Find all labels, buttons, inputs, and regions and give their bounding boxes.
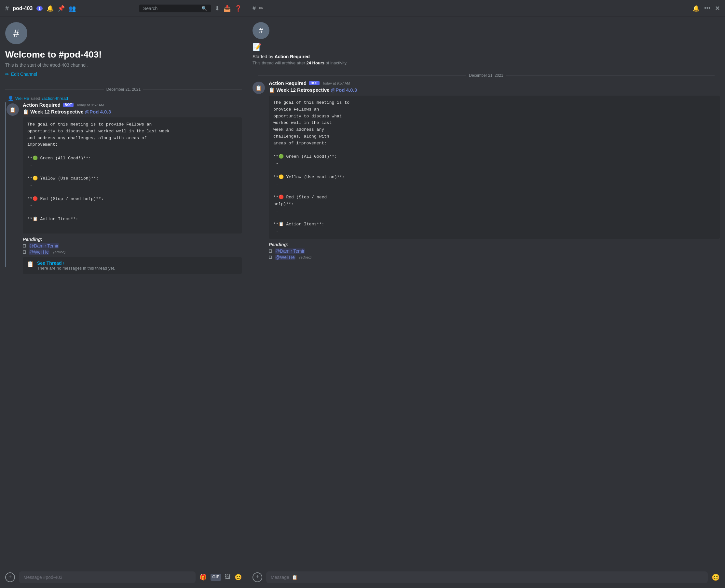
thread-sub-text: There are no messages in this thread yet… [37, 266, 115, 271]
message-header: Action Required BOT Today at 9:57 AM [23, 102, 242, 108]
channel-title: pod-403 [13, 5, 33, 12]
right-bot-avatar: 📋 [253, 82, 265, 94]
channel-header: # pod-403 1 🔔 📌 👥 🔍 ⬇ 📥 ❓ [0, 0, 247, 17]
right-pending-section: Pending: @Damir Temir @Wei He (edited) [269, 242, 720, 260]
message-timestamp: Today at 9:57 AM [76, 103, 104, 107]
welcome-title: Welcome to #pod-403! [5, 49, 242, 60]
left-panel: # pod-403 1 🔔 📌 👥 🔍 ⬇ 📥 ❓ # Welcome to #… [0, 0, 247, 588]
right-pending-item-1: @Damir Temir [269, 249, 720, 254]
right-edit-icon: ✏ [259, 5, 263, 12]
right-hash-icon: # [253, 5, 256, 12]
message-title: 📋 Week 12 Retrospective @Pod 4.0.3 [23, 109, 242, 115]
pending-item-2: @Wei He (edited) [23, 249, 242, 255]
right-add-button[interactable]: + [253, 572, 262, 582]
right-message-group: 📋 Action Required BOT Today at 9:57 AM 📋… [253, 80, 720, 261]
command-name: /action-thread [42, 96, 68, 101]
bot-avatar: 📋 [6, 103, 19, 116]
right-date-divider-text: December 21, 2021 [469, 73, 503, 78]
channel-welcome-icon: # [5, 22, 27, 44]
right-message-timestamp: Today at 9:57 AM [322, 81, 350, 85]
close-icon[interactable]: ✕ [715, 5, 720, 12]
started-by-name: Action Required [275, 54, 310, 59]
pending-label: Pending: [23, 237, 242, 242]
right-bot-badge: BOT [309, 81, 320, 85]
pencil-icon: ✏ [5, 71, 9, 77]
message-author: Action Required [23, 102, 61, 108]
welcome-desc: This is the start of the #pod-403 channe… [5, 62, 242, 68]
thread-preview[interactable]: 📋 See Thread › There are no messages in … [23, 257, 242, 274]
archive-time: 24 Hours [306, 61, 324, 65]
search-input[interactable] [143, 6, 199, 11]
left-bar-indicator [5, 102, 6, 267]
date-divider: December 21, 2021 [0, 85, 247, 94]
command-used-text: used [31, 96, 40, 101]
thread-channel-icon: # [253, 22, 269, 39]
thread-count-badge: 1 [37, 6, 42, 11]
right-title-text: Week 12 Retrospective [276, 87, 329, 93]
emoji-icon[interactable]: 😊 [235, 574, 242, 581]
thread-started-by: Started by Action Required [253, 54, 720, 59]
right-message-title: 📋 Week 12 Retrospective @Pod 4.0.3 [269, 87, 720, 93]
archive-note-2: of inactivity. [326, 61, 347, 65]
pending-section: Pending: @Damir Temir @Wei He (edited) [23, 237, 242, 255]
right-more-icon[interactable]: ••• [704, 5, 710, 12]
right-message-input[interactable]: Message 📋 [266, 571, 708, 583]
command-user: Wei He [15, 96, 29, 101]
pin-icon[interactable]: 📌 [58, 5, 65, 12]
pending-checkbox-2 [23, 250, 26, 254]
left-message-input-area: + Message #pod-403 🎁 GIF 🖼 😊 [0, 566, 247, 588]
right-pending-user-2: @Wei He [275, 255, 296, 260]
thread-info: # 📝 Started by Action Required This thre… [253, 22, 720, 65]
right-message-author: Action Required [269, 80, 306, 86]
sticker-icon[interactable]: 🖼 [225, 574, 231, 581]
date-divider-text: December 21, 2021 [106, 87, 141, 92]
archive-note-1: This thread will archive after [253, 61, 306, 65]
right-content: # 📝 Started by Action Required This thre… [247, 17, 725, 566]
gift-icon[interactable]: 🎁 [200, 574, 207, 581]
help-icon[interactable]: ❓ [235, 5, 242, 12]
right-pending-item-2: @Wei He (edited) [269, 255, 720, 260]
right-pending-checkbox-1 [269, 249, 272, 253]
started-by-label: Started by [253, 54, 275, 59]
right-date-divider: December 21, 2021 [253, 70, 720, 80]
input-actions: 🎁 GIF 🖼 😊 [200, 574, 242, 581]
pending-user-1: @Damir Temir [28, 243, 59, 249]
message-group: 👤 Wei He used /action-thread 📋 Action Re… [0, 94, 247, 275]
gif-icon[interactable]: GIF [210, 574, 221, 581]
download-icon[interactable]: ⬇ [215, 5, 220, 12]
right-input-area: + Message 📋 😊 [247, 566, 725, 588]
thread-preview-content: See Thread › There are no messages in th… [37, 260, 115, 271]
message-input[interactable]: Message #pod-403 [19, 571, 196, 583]
edit-channel-link[interactable]: ✏ Edit Channel [5, 71, 242, 77]
right-header: # ✏ 🔔 ••• ✕ [247, 0, 725, 17]
add-button[interactable]: + [5, 572, 15, 582]
channel-welcome: # Welcome to #pod-403! This is the start… [0, 22, 247, 85]
hash-icon: # [5, 4, 9, 12]
right-pending-checkbox-2 [269, 256, 272, 259]
members-icon[interactable]: 👥 [69, 5, 76, 12]
right-message-placeholder: Message [271, 575, 289, 580]
bell-icon[interactable]: 🔔 [46, 5, 54, 12]
right-bell-icon[interactable]: 🔔 [692, 5, 700, 12]
bot-badge: BOT [63, 103, 74, 107]
used-command: 👤 Wei He used /action-thread [6, 96, 242, 101]
see-thread-link[interactable]: See Thread › [37, 260, 115, 266]
right-title-emoji: 📋 [269, 87, 276, 93]
search-bar[interactable]: 🔍 [139, 4, 211, 12]
pending-user-2: @Wei He [28, 249, 49, 255]
channel-content: # Welcome to #pod-403! This is the start… [0, 17, 247, 566]
thread-archive-note: This thread will archive after 24 Hours … [253, 61, 720, 65]
thread-edit-icon: 📝 [253, 43, 720, 51]
pending-item-1: @Damir Temir [23, 243, 242, 249]
right-emoji-icon[interactable]: 😊 [712, 573, 720, 581]
search-icon: 🔍 [201, 6, 207, 11]
right-pending-user-1: @Damir Temir [275, 249, 305, 254]
right-pending-label: Pending: [269, 242, 720, 247]
thread-preview-icon: 📋 [27, 260, 34, 268]
right-message-content: Action Required BOT Today at 9:57 AM 📋 W… [269, 80, 720, 261]
title-text: Week 12 Retrospective [30, 109, 83, 114]
message-placeholder: Message #pod-403 [23, 575, 62, 580]
right-message-body: The goal of this meeting is to provide F… [269, 96, 720, 239]
title-emoji: 📋 [23, 109, 30, 114]
inbox-icon[interactable]: 📥 [224, 5, 231, 12]
